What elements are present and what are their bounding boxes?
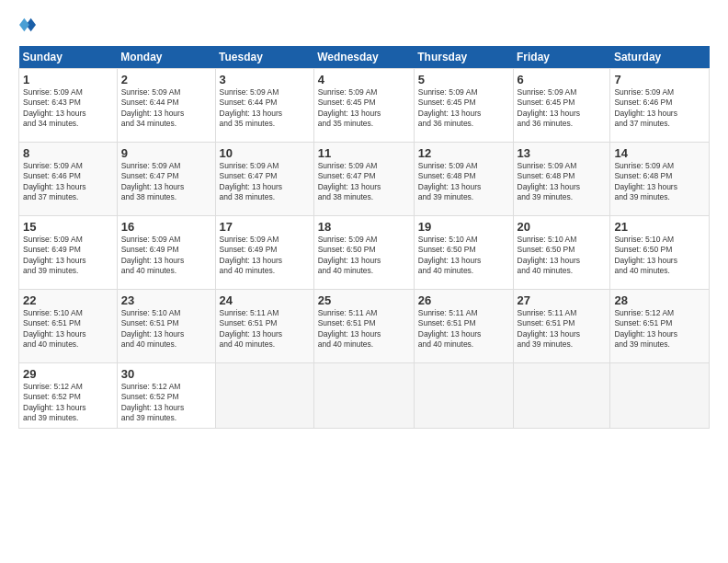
day-number: 27 bbox=[518, 293, 607, 307]
table-row: 16Sunrise: 5:09 AMSunset: 6:49 PMDayligh… bbox=[117, 216, 215, 290]
day-info: Sunrise: 5:12 AMSunset: 6:52 PMDaylight:… bbox=[121, 382, 211, 424]
table-row: 3Sunrise: 5:09 AMSunset: 6:44 PMDaylight… bbox=[215, 69, 313, 143]
svg-marker-1 bbox=[19, 18, 29, 31]
table-row: 19Sunrise: 5:10 AMSunset: 6:50 PMDayligh… bbox=[414, 216, 513, 290]
day-info: Sunrise: 5:09 AMSunset: 6:48 PMDaylight:… bbox=[518, 161, 607, 203]
table-row: 18Sunrise: 5:09 AMSunset: 6:50 PMDayligh… bbox=[313, 216, 414, 290]
day-info: Sunrise: 5:09 AMSunset: 6:48 PMDaylight:… bbox=[418, 161, 509, 203]
logo bbox=[18, 17, 40, 37]
table-row bbox=[610, 363, 710, 429]
day-info: Sunrise: 5:10 AMSunset: 6:51 PMDaylight:… bbox=[121, 308, 211, 350]
table-row: 14Sunrise: 5:09 AMSunset: 6:48 PMDayligh… bbox=[610, 143, 710, 216]
day-info: Sunrise: 5:09 AMSunset: 6:47 PMDaylight:… bbox=[318, 161, 410, 203]
day-number: 25 bbox=[318, 293, 410, 307]
day-info: Sunrise: 5:09 AMSunset: 6:45 PMDaylight:… bbox=[518, 87, 607, 130]
col-monday: Monday bbox=[117, 46, 215, 69]
col-wednesday: Wednesday bbox=[313, 46, 414, 69]
day-number: 22 bbox=[23, 293, 113, 307]
table-row: 20Sunrise: 5:10 AMSunset: 6:50 PMDayligh… bbox=[513, 216, 610, 290]
day-info: Sunrise: 5:11 AMSunset: 6:51 PMDaylight:… bbox=[418, 308, 509, 350]
table-row: 1Sunrise: 5:09 AMSunset: 6:43 PMDaylight… bbox=[19, 69, 118, 143]
day-info: Sunrise: 5:12 AMSunset: 6:51 PMDaylight:… bbox=[614, 308, 705, 350]
day-info: Sunrise: 5:09 AMSunset: 6:49 PMDaylight:… bbox=[23, 235, 113, 277]
day-number: 21 bbox=[614, 220, 705, 234]
day-number: 3 bbox=[220, 73, 310, 86]
table-row: 26Sunrise: 5:11 AMSunset: 6:51 PMDayligh… bbox=[414, 290, 513, 363]
col-friday: Friday bbox=[513, 46, 610, 69]
day-number: 18 bbox=[318, 220, 410, 234]
day-number: 12 bbox=[418, 146, 509, 160]
table-row: 11Sunrise: 5:09 AMSunset: 6:47 PMDayligh… bbox=[313, 143, 414, 216]
day-info: Sunrise: 5:11 AMSunset: 6:51 PMDaylight:… bbox=[518, 308, 607, 350]
calendar-week-row: 15Sunrise: 5:09 AMSunset: 6:49 PMDayligh… bbox=[19, 216, 710, 290]
day-info: Sunrise: 5:09 AMSunset: 6:45 PMDaylight:… bbox=[418, 87, 509, 130]
day-number: 4 bbox=[318, 73, 410, 86]
table-row: 10Sunrise: 5:09 AMSunset: 6:47 PMDayligh… bbox=[215, 143, 313, 216]
day-info: Sunrise: 5:09 AMSunset: 6:49 PMDaylight:… bbox=[220, 235, 310, 277]
table-row: 17Sunrise: 5:09 AMSunset: 6:49 PMDayligh… bbox=[215, 216, 313, 290]
day-info: Sunrise: 5:09 AMSunset: 6:45 PMDaylight:… bbox=[318, 87, 410, 130]
day-number: 6 bbox=[518, 73, 607, 86]
table-row bbox=[313, 363, 414, 429]
day-info: Sunrise: 5:09 AMSunset: 6:46 PMDaylight:… bbox=[614, 87, 705, 130]
day-info: Sunrise: 5:09 AMSunset: 6:47 PMDaylight:… bbox=[121, 161, 211, 203]
table-row bbox=[215, 363, 313, 429]
day-number: 16 bbox=[121, 220, 211, 234]
calendar-week-row: 22Sunrise: 5:10 AMSunset: 6:51 PMDayligh… bbox=[19, 290, 710, 363]
calendar-week-row: 8Sunrise: 5:09 AMSunset: 6:46 PMDaylight… bbox=[19, 143, 710, 216]
day-number: 24 bbox=[220, 293, 310, 307]
table-row bbox=[513, 363, 610, 429]
table-row: 25Sunrise: 5:11 AMSunset: 6:51 PMDayligh… bbox=[313, 290, 414, 363]
table-row: 29Sunrise: 5:12 AMSunset: 6:52 PMDayligh… bbox=[19, 363, 118, 429]
day-number: 8 bbox=[23, 146, 113, 160]
day-info: Sunrise: 5:09 AMSunset: 6:46 PMDaylight:… bbox=[23, 161, 113, 203]
day-number: 14 bbox=[614, 146, 705, 160]
logo-icon bbox=[19, 17, 36, 33]
day-info: Sunrise: 5:12 AMSunset: 6:52 PMDaylight:… bbox=[23, 382, 113, 424]
day-info: Sunrise: 5:09 AMSunset: 6:49 PMDaylight:… bbox=[121, 235, 211, 277]
table-row: 9Sunrise: 5:09 AMSunset: 6:47 PMDaylight… bbox=[117, 143, 215, 216]
col-thursday: Thursday bbox=[414, 46, 513, 69]
table-row: 23Sunrise: 5:10 AMSunset: 6:51 PMDayligh… bbox=[117, 290, 215, 363]
table-row: 8Sunrise: 5:09 AMSunset: 6:46 PMDaylight… bbox=[19, 143, 118, 216]
day-info: Sunrise: 5:10 AMSunset: 6:51 PMDaylight:… bbox=[23, 308, 113, 350]
table-row: 12Sunrise: 5:09 AMSunset: 6:48 PMDayligh… bbox=[414, 143, 513, 216]
calendar-table: Sunday Monday Tuesday Wednesday Thursday… bbox=[18, 46, 710, 429]
calendar-week-row: 1Sunrise: 5:09 AMSunset: 6:43 PMDaylight… bbox=[19, 69, 710, 143]
header bbox=[18, 17, 710, 37]
day-number: 15 bbox=[23, 220, 113, 234]
day-number: 19 bbox=[418, 220, 509, 234]
table-row bbox=[414, 363, 513, 429]
day-number: 20 bbox=[518, 220, 607, 234]
day-number: 11 bbox=[318, 146, 410, 160]
day-number: 30 bbox=[121, 367, 211, 381]
table-row: 28Sunrise: 5:12 AMSunset: 6:51 PMDayligh… bbox=[610, 290, 710, 363]
day-info: Sunrise: 5:09 AMSunset: 6:47 PMDaylight:… bbox=[220, 161, 310, 203]
table-row: 24Sunrise: 5:11 AMSunset: 6:51 PMDayligh… bbox=[215, 290, 313, 363]
day-info: Sunrise: 5:09 AMSunset: 6:43 PMDaylight:… bbox=[23, 87, 113, 130]
day-number: 10 bbox=[220, 146, 310, 160]
day-number: 9 bbox=[121, 146, 211, 160]
table-row: 7Sunrise: 5:09 AMSunset: 6:46 PMDaylight… bbox=[610, 69, 710, 143]
day-number: 7 bbox=[614, 73, 705, 86]
day-info: Sunrise: 5:11 AMSunset: 6:51 PMDaylight:… bbox=[318, 308, 410, 350]
table-row: 21Sunrise: 5:10 AMSunset: 6:50 PMDayligh… bbox=[610, 216, 710, 290]
day-info: Sunrise: 5:09 AMSunset: 6:50 PMDaylight:… bbox=[318, 235, 410, 277]
day-info: Sunrise: 5:10 AMSunset: 6:50 PMDaylight:… bbox=[518, 235, 607, 277]
day-number: 1 bbox=[23, 73, 113, 86]
table-row: 4Sunrise: 5:09 AMSunset: 6:45 PMDaylight… bbox=[313, 69, 414, 143]
col-tuesday: Tuesday bbox=[215, 46, 313, 69]
table-row: 13Sunrise: 5:09 AMSunset: 6:48 PMDayligh… bbox=[513, 143, 610, 216]
day-info: Sunrise: 5:09 AMSunset: 6:44 PMDaylight:… bbox=[220, 87, 310, 130]
calendar-header-row: Sunday Monday Tuesday Wednesday Thursday… bbox=[19, 46, 710, 69]
col-sunday: Sunday bbox=[19, 46, 118, 69]
day-number: 29 bbox=[23, 367, 113, 381]
day-number: 26 bbox=[418, 293, 509, 307]
table-row: 6Sunrise: 5:09 AMSunset: 6:45 PMDaylight… bbox=[513, 69, 610, 143]
calendar-page: Sunday Monday Tuesday Wednesday Thursday… bbox=[0, 0, 728, 563]
day-info: Sunrise: 5:09 AMSunset: 6:44 PMDaylight:… bbox=[121, 87, 211, 130]
day-number: 5 bbox=[418, 73, 509, 86]
day-number: 2 bbox=[121, 73, 211, 86]
calendar-week-row: 29Sunrise: 5:12 AMSunset: 6:52 PMDayligh… bbox=[19, 363, 710, 429]
day-number: 28 bbox=[614, 293, 705, 307]
